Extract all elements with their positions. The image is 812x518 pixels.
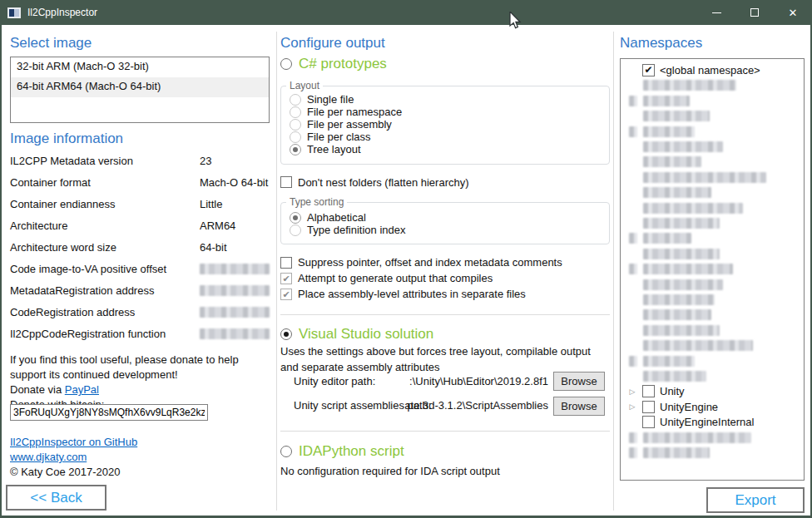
radio-icon (290, 119, 301, 131)
image-list-item[interactable]: 32-bit ARM (Mach-O 32-bit) (11, 57, 269, 77)
layout-option[interactable]: Tree layout (290, 143, 609, 155)
redacted-value (200, 285, 270, 296)
github-link[interactable]: Il2CppInspector on GitHub (10, 436, 137, 448)
namespace-item-redacted[interactable] (627, 216, 800, 230)
namespace-item[interactable]: UnityEngineInternal (627, 415, 800, 429)
redacted-namespace (643, 156, 701, 167)
back-button[interactable]: << Back (6, 485, 106, 511)
expander-icon[interactable]: ▷ (627, 402, 637, 411)
namespace-item-redacted[interactable] (627, 323, 800, 338)
namespace-item-redacted[interactable] (627, 125, 800, 139)
info-label: IL2CPP Metadata version (10, 155, 133, 167)
namespace-item-redacted[interactable] (627, 262, 800, 276)
namespace-checkbox[interactable] (642, 401, 655, 413)
namespace-checkbox[interactable] (642, 385, 655, 397)
close-button[interactable]: ✕ (774, 0, 812, 25)
type-sorting-option[interactable]: Type definition index (290, 224, 609, 236)
namespace-item-redacted[interactable] (627, 109, 800, 123)
namespace-item-redacted[interactable] (627, 308, 800, 322)
paypal-link[interactable]: PayPal (65, 383, 99, 396)
namespace-item-redacted[interactable] (627, 338, 800, 353)
export-button[interactable]: Export (706, 487, 805, 513)
namespace-item-redacted[interactable] (627, 201, 800, 215)
info-label: Architecture word size (10, 241, 116, 254)
redacted-expander (629, 233, 637, 244)
redacted-namespace (643, 126, 695, 137)
unity-assemblies-path-value[interactable]: ate.3d-3.1.2\ScriptAssemblies (368, 399, 548, 412)
radio-icon (290, 144, 301, 155)
namespace-item[interactable]: ▷UnityEngine (627, 400, 800, 414)
type-sorting-option-label: Alphabetical (307, 211, 366, 224)
browse-assemblies-button[interactable]: Browse (553, 397, 605, 416)
layout-option[interactable]: File per assembly (290, 118, 609, 131)
window-title: Il2CppInspector (27, 7, 97, 18)
image-list-item[interactable]: 64-bit ARM64 (Mach-O 64-bit) (11, 77, 269, 97)
checkbox-icon (280, 176, 292, 188)
namespace-checkbox[interactable]: ✔ (642, 64, 655, 76)
minimize-icon (712, 12, 721, 13)
namespace-item[interactable]: ▷Unity (627, 384, 800, 398)
namespace-item-redacted[interactable] (627, 446, 800, 460)
unity-editor-path-value[interactable]: :\Unity\Hub\Editor\2019.2.8f1 (368, 375, 548, 387)
left-divider (276, 32, 277, 511)
namespace-item-redacted[interactable] (627, 369, 800, 383)
unity-editor-path-label: Unity editor path: (294, 375, 375, 387)
namespace-item-redacted[interactable] (627, 231, 800, 245)
namespace-item-redacted[interactable] (627, 78, 800, 92)
visual-studio-radio[interactable]: Visual Studio solution (280, 326, 433, 343)
namespace-item[interactable]: ✔<global namespace> (627, 63, 800, 77)
checkbox-icon: ✔ (280, 273, 292, 284)
layout-option-label: File per namespace (307, 106, 402, 118)
namespace-item-redacted[interactable] (627, 185, 800, 200)
checkbox-option[interactable]: ✔Place assembly-level attributes in sepa… (280, 286, 562, 302)
layout-groupbox: Layout Single fileFile per namespaceFile… (280, 80, 610, 165)
namespace-item-redacted[interactable] (627, 354, 800, 368)
radio-icon (290, 106, 301, 118)
info-row: Code image-to-VA positive offset (10, 263, 271, 284)
layout-option[interactable]: Single file (290, 93, 609, 106)
idapython-description: No configuration required for IDA script… (280, 463, 605, 479)
browse-editor-button[interactable]: Browse (553, 372, 605, 391)
radio-icon (280, 446, 292, 457)
csharp-prototypes-radio[interactable]: C# prototypes (280, 56, 387, 72)
namespace-item-redacted[interactable] (627, 155, 800, 169)
layout-option[interactable]: File per namespace (290, 106, 609, 118)
visual-studio-description: Uses the settings above but forces tree … (280, 343, 605, 375)
namespace-item-redacted[interactable] (627, 140, 800, 154)
namespace-checkbox[interactable] (642, 416, 655, 428)
namespace-item-redacted[interactable] (627, 247, 800, 261)
checkbox-option[interactable]: Suppress pointer, offset and index metad… (280, 254, 562, 270)
namespace-item-redacted[interactable] (627, 293, 800, 307)
namespace-item-redacted[interactable] (627, 278, 800, 292)
mouse-cursor (509, 12, 522, 30)
info-label: CodeRegistration address (10, 306, 135, 318)
minimize-button[interactable] (697, 0, 735, 25)
checkbox-option-label: Place assembly-level attributes in separ… (298, 288, 526, 300)
info-row: Il2CppCodeRegistration function (10, 328, 271, 349)
checkbox-option[interactable]: ✔Attempt to generate output that compile… (280, 270, 562, 286)
layout-option-label: Single file (307, 93, 354, 106)
idapython-label: IDAPython script (299, 443, 404, 460)
info-value: Little (200, 198, 222, 210)
expander-icon[interactable]: ▷ (627, 387, 637, 396)
checkbox-option-label: Attempt to generate output that compiles (298, 272, 493, 284)
bitcoin-address-input[interactable] (10, 404, 208, 421)
namespace-item-redacted[interactable] (627, 170, 800, 185)
layout-option-label: File per class (307, 131, 371, 143)
website-link[interactable]: www.djkaty.com (10, 451, 87, 463)
layout-option[interactable]: File per class (290, 131, 609, 143)
namespace-item-redacted[interactable] (627, 431, 800, 445)
type-sorting-option[interactable]: Alphabetical (290, 211, 609, 224)
namespace-item-redacted[interactable] (627, 94, 800, 108)
idapython-radio[interactable]: IDAPython script (280, 443, 404, 460)
redacted-namespace (643, 96, 690, 106)
maximize-button[interactable] (735, 0, 774, 25)
flatten-checkbox[interactable]: Don't nest folders (flatten hierarchy) (280, 175, 469, 189)
redacted-namespace (643, 249, 720, 259)
app-icon (7, 7, 21, 18)
info-label: Container format (10, 176, 91, 189)
namespaces-listbox[interactable]: ✔<global namespace>▷Unity▷UnityEngineUni… (620, 58, 805, 481)
redacted-expander (629, 356, 637, 367)
maximize-icon (750, 8, 759, 17)
image-listbox[interactable]: 32-bit ARM (Mach-O 32-bit)64-bit ARM64 (… (10, 57, 270, 123)
